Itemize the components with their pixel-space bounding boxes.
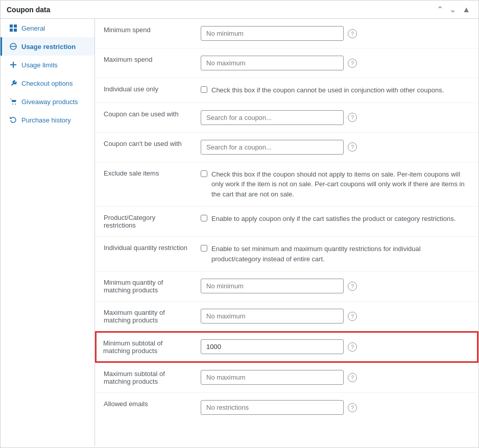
svg-point-8 (12, 104, 13, 105)
svg-rect-0 (10, 24, 13, 28)
table-row: Maximum quantity of matching products ? (95, 302, 478, 332)
max-subtotal-matching-help-icon[interactable]: ? (348, 373, 357, 382)
field-label-max-qty-matching: Maximum quantity of matching products (95, 302, 193, 332)
table-row: Individual quantity restriction Enable t… (95, 237, 478, 271)
table-row: Maximum subtotal of matching products ? (95, 362, 478, 393)
coupon-can-be-used-help-icon[interactable]: ? (348, 113, 357, 122)
sidebar: General Usage restriction Usage lim (1, 19, 95, 446)
no-icon (9, 42, 17, 51)
min-subtotal-matching-row: ? (201, 339, 469, 354)
max-qty-matching-help-icon[interactable]: ? (348, 312, 357, 321)
sidebar-item-usage-restriction-label: Usage restriction (21, 43, 76, 51)
table-row: Individual use only Check this box if th… (95, 78, 478, 103)
table-row: Allowed emails ? (95, 393, 478, 422)
svg-point-9 (15, 104, 16, 105)
coupon-cant-be-used-help-icon[interactable]: ? (348, 142, 357, 152)
panel-header: Coupon data ⌃ ⌄ ▲ (1, 1, 478, 19)
min-qty-matching-row: ? (201, 279, 470, 293)
svg-rect-1 (14, 24, 17, 28)
table-row: Coupon can't be used with ? (95, 132, 478, 162)
sidebar-item-general-label: General (21, 24, 45, 32)
exclude-sale-checkbox[interactable] (201, 170, 207, 177)
max-qty-matching-input[interactable] (201, 309, 344, 323)
sidebar-item-checkout-options[interactable]: Checkout options (1, 74, 94, 92)
coupon-panel: Coupon data ⌃ ⌄ ▲ General (0, 0, 479, 448)
min-subtotal-matching-help-icon[interactable]: ? (348, 342, 357, 352)
max-subtotal-matching-row: ? (201, 370, 470, 385)
sidebar-item-usage-restriction[interactable]: Usage restriction (1, 37, 94, 56)
individual-qty-checkbox[interactable] (201, 245, 207, 252)
table-row: Product/Category restrictions Enable to … (95, 207, 478, 237)
table-row: Minimum quantity of matching products ? (95, 271, 478, 302)
table-row: Coupon can be used with ? (95, 103, 478, 132)
exclude-sale-label: Check this box if the coupon should not … (211, 169, 470, 200)
coupon-can-be-used-input[interactable] (201, 110, 344, 125)
panel-controls: ⌃ ⌄ ▲ (435, 5, 472, 14)
field-label-max-subtotal-matching: Maximum subtotal of matching products (95, 362, 193, 393)
exclude-sale-row: Check this box if the coupon should not … (201, 169, 470, 200)
field-label-product-category: Product/Category restrictions (95, 207, 193, 237)
minimum-spend-input[interactable] (201, 26, 344, 41)
field-label-individual-qty: Individual quantity restriction (95, 237, 193, 271)
table-row: Minimum spend ? (95, 19, 478, 48)
sidebar-item-giveaway-products-label: Giveaway products (21, 98, 78, 106)
cart-icon (9, 97, 17, 106)
max-subtotal-matching-input[interactable] (201, 370, 344, 385)
sidebar-item-giveaway-products[interactable]: Giveaway products (1, 92, 94, 111)
product-category-checkbox[interactable] (201, 215, 207, 221)
field-label-min-subtotal-matching: Minimum subtotal of matching products (95, 332, 193, 362)
sidebar-item-purchase-history[interactable]: Purchase history (1, 111, 94, 129)
table-row: Exclude sale items Check this box if the… (95, 162, 478, 207)
form-table: Minimum spend ? Maximum spend ? (95, 19, 478, 422)
expand-button[interactable]: ▲ (460, 5, 472, 14)
field-label-min-qty-matching: Minimum quantity of matching products (95, 271, 193, 302)
sidebar-item-usage-limits[interactable]: Usage limits (1, 56, 94, 74)
plus-icon (9, 61, 17, 69)
sidebar-item-general[interactable]: General (1, 19, 94, 37)
allowed-emails-input[interactable] (201, 400, 344, 415)
sidebar-item-purchase-history-label: Purchase history (21, 116, 71, 124)
min-subtotal-matching-input[interactable] (201, 339, 344, 354)
coupon-can-be-used-row: ? (201, 110, 470, 125)
allowed-emails-row: ? (201, 400, 470, 415)
history-icon (9, 116, 17, 124)
maximum-spend-help-icon[interactable]: ? (348, 59, 357, 68)
table-row-highlighted: Minimum subtotal of matching products ? (95, 332, 478, 362)
field-label-maximum-spend: Maximum spend (95, 48, 193, 78)
coupon-cant-be-used-input[interactable] (201, 140, 344, 155)
field-label-coupon-can-be-used: Coupon can be used with (95, 103, 193, 132)
table-row: Maximum spend ? (95, 48, 478, 78)
field-label-allowed-emails: Allowed emails (95, 393, 193, 422)
field-label-individual-use: Individual use only (95, 78, 193, 103)
minimum-spend-help-icon[interactable]: ? (348, 29, 357, 38)
field-label-minimum-spend: Minimum spend (95, 19, 193, 48)
individual-use-checkbox[interactable] (201, 86, 207, 93)
collapse-down-button[interactable]: ⌄ (447, 5, 458, 14)
min-qty-matching-input[interactable] (201, 279, 344, 293)
sidebar-item-checkout-options-label: Checkout options (21, 80, 73, 87)
coupon-cant-be-used-row: ? (201, 140, 470, 155)
field-label-exclude-sale: Exclude sale items (95, 162, 193, 207)
svg-rect-2 (10, 29, 13, 32)
individual-use-row: Check this box if the coupon cannot be u… (201, 85, 470, 95)
collapse-up-button[interactable]: ⌃ (435, 5, 445, 14)
wrench-icon (9, 79, 17, 87)
panel-body: General Usage restriction Usage lim (1, 19, 478, 446)
individual-qty-label: Enable to set minimum and maximum quanti… (211, 244, 470, 264)
min-qty-matching-help-icon[interactable]: ? (348, 282, 357, 291)
individual-use-label: Check this box if the coupon cannot be u… (211, 85, 444, 95)
maximum-spend-input[interactable] (201, 56, 344, 70)
individual-qty-row: Enable to set minimum and maximum quanti… (201, 244, 470, 264)
main-content: Minimum spend ? Maximum spend ? (95, 19, 478, 446)
svg-rect-3 (14, 29, 17, 32)
sidebar-item-usage-limits-label: Usage limits (21, 61, 58, 69)
max-qty-matching-row: ? (201, 309, 470, 323)
panel-title: Coupon data (7, 6, 51, 14)
product-category-row: Enable to apply coupon only if the cart … (201, 214, 470, 224)
maximum-spend-row: ? (201, 56, 470, 70)
grid-icon (9, 24, 17, 32)
minimum-spend-row: ? (201, 26, 470, 41)
product-category-label: Enable to apply coupon only if the cart … (211, 214, 456, 224)
allowed-emails-help-icon[interactable]: ? (348, 403, 357, 412)
field-label-coupon-cant-be-used: Coupon can't be used with (95, 132, 193, 162)
